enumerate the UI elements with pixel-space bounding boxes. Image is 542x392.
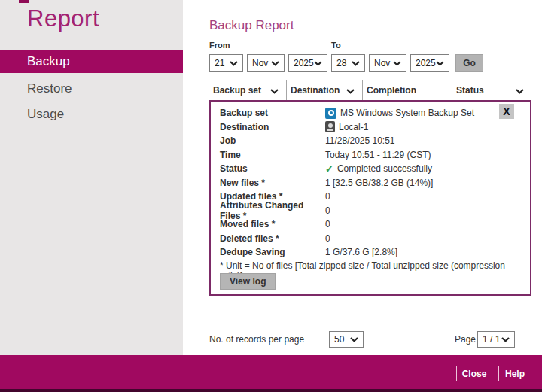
chevron-down-icon (270, 84, 279, 97)
record-row: Backup setMS Windows System Backup Set (220, 106, 521, 120)
go-button[interactable]: Go (455, 54, 483, 72)
record-detail-panel: Backup setMS Windows System Backup SetDe… (209, 100, 531, 296)
check-icon: ✓ (325, 164, 333, 174)
filter-destination[interactable]: Destination (286, 80, 362, 100)
records-per-page-label: No. of records per page (209, 334, 304, 345)
close-button[interactable]: Close (456, 366, 492, 381)
record-row-text: MS Windows System Backup Set (340, 108, 474, 118)
to-label: To (331, 41, 341, 50)
to-day-value: 28 (336, 58, 346, 68)
record-row-text: 0 (325, 219, 330, 229)
record-row-value: 0 (325, 233, 330, 244)
chevron-down-icon (516, 84, 524, 97)
sidebar-item-usage[interactable]: Usage (0, 102, 183, 126)
chevron-down-icon (393, 61, 401, 66)
to-month-select[interactable]: Nov (369, 54, 406, 72)
page-value: 1 / 1 (483, 334, 500, 345)
from-year-select[interactable]: 2025 (288, 54, 327, 72)
drive-icon (325, 121, 335, 132)
to-month-value: Nov (374, 58, 390, 68)
record-row-value: 0 (325, 205, 330, 216)
record-row-text: 1 [32.5 GB/38.2 GB (14%)] (325, 178, 433, 188)
filter-completion[interactable]: Completion (362, 80, 452, 100)
record-row-text: 0 (325, 233, 330, 244)
filter-backup-set[interactable]: Backup set (209, 80, 286, 100)
from-month-select[interactable]: Nov (247, 54, 285, 72)
to-year-value: 2025 (416, 58, 436, 68)
record-row-value: 11/28/2025 10:51 (325, 135, 395, 146)
record-row-label: Job (220, 135, 325, 146)
record-row: Job11/28/2025 10:51 (220, 134, 521, 148)
record-row-label: New files * (220, 178, 325, 188)
view-log-button[interactable]: View log (220, 273, 276, 290)
sidebar-item-restore[interactable]: Restore (0, 77, 183, 100)
record-row-text: 1 G/37.6 G [2.8%] (325, 247, 397, 257)
record-row-label: Time (220, 150, 325, 160)
chevron-down-icon (350, 337, 358, 342)
help-button[interactable]: Help (498, 366, 531, 381)
sidebar: Report BackupRestoreUsage (0, 0, 183, 355)
record-row-label: Dedupe Saving (220, 247, 325, 257)
record-row-value: 0 (325, 219, 330, 229)
record-row-value: Local-1 (325, 121, 368, 132)
chevron-down-icon (271, 61, 279, 66)
filter-label: Completion (367, 85, 416, 96)
sidebar-item-backup[interactable]: Backup (0, 50, 183, 73)
filter-label: Backup set (213, 85, 261, 96)
record-row-label: Backup set (220, 108, 325, 118)
record-row-text: Local-1 (339, 122, 368, 132)
chevron-down-icon (352, 61, 360, 66)
backup-set-icon (325, 108, 336, 119)
record-row-text: Today 10:51 - 11:29 (CST) (325, 150, 431, 160)
record-row-label: Deleted files * (220, 233, 325, 244)
record-row-value: ✓Completed successfully (325, 163, 432, 174)
record-row-text: 11/28/2025 10:51 (325, 135, 395, 146)
from-day-select[interactable]: 21 (209, 54, 243, 72)
record-row-value: 1 [32.5 GB/38.2 GB (14%)] (325, 178, 433, 188)
from-year-value: 2025 (294, 58, 314, 68)
record-row-label: Status (220, 163, 325, 174)
record-row-text: 0 (325, 191, 330, 202)
chevron-down-icon (436, 61, 444, 66)
record-row: DestinationLocal-1 (220, 120, 521, 135)
backup-report-window: Report BackupRestoreUsage Backup Report … (0, 0, 542, 392)
records-per-page-select[interactable]: 50 (329, 331, 364, 348)
bottom-strip (0, 389, 542, 392)
filter-label: Status (456, 85, 484, 96)
record-row: Status✓Completed successfully (220, 162, 521, 176)
page-label: Page (455, 334, 476, 345)
page-select[interactable]: 1 / 1 (477, 331, 515, 348)
from-day-value: 21 (215, 58, 224, 68)
chevron-down-icon (501, 337, 510, 342)
filter-header-row: Backup setDestinationCompletionStatus (209, 80, 531, 100)
record-row: Attributes Changed Files *0 (220, 204, 521, 218)
record-row-label: Destination (220, 122, 325, 132)
record-row: TimeToday 10:51 - 11:29 (CST) (220, 148, 521, 163)
record-row: Moved files *0 (220, 217, 521, 232)
sidebar-title: Report (27, 5, 99, 32)
record-row-value: MS Windows System Backup Set (325, 108, 474, 119)
chevron-down-icon (346, 84, 355, 97)
record-row: Deleted files *0 (220, 232, 521, 246)
records-per-page-value: 50 (334, 334, 344, 345)
record-row-label: Attributes Changed Files * (220, 200, 325, 221)
page-title: Backup Report (209, 18, 294, 33)
chevron-down-icon (314, 61, 322, 66)
close-record-button[interactable]: X (499, 104, 514, 119)
filter-label: Destination (291, 85, 340, 96)
record-row-value: 1 G/37.6 G [2.8%] (325, 247, 397, 257)
record-rows: Backup setMS Windows System Backup SetDe… (220, 106, 521, 260)
filter-status[interactable]: Status (452, 80, 531, 100)
footer-bar: Close Help (0, 355, 542, 389)
record-row: New files *1 [32.5 GB/38.2 GB (14%)] (220, 176, 521, 190)
from-month-value: Nov (252, 58, 268, 68)
to-year-select[interactable]: 2025 (410, 54, 449, 72)
top-accent-mark (19, 0, 29, 3)
record-row-text: Completed successfully (337, 163, 432, 174)
record-row-label: Moved files * (220, 219, 325, 229)
record-row-text: 0 (325, 205, 330, 216)
from-label: From (209, 41, 230, 50)
to-day-select[interactable]: 28 (331, 54, 365, 72)
record-row-value: Today 10:51 - 11:29 (CST) (325, 150, 431, 160)
record-row: Dedupe Saving1 G/37.6 G [2.8%] (220, 245, 521, 260)
